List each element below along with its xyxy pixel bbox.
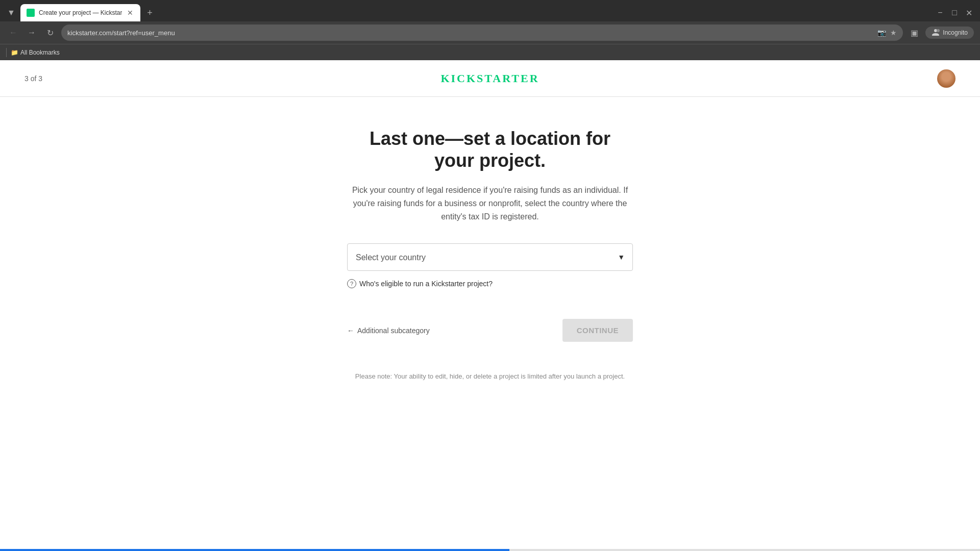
avatar-image [937, 69, 955, 88]
svg-point-0 [937, 29, 940, 32]
continue-button[interactable]: Continue [562, 319, 633, 342]
minimize-button[interactable]: − [933, 6, 947, 20]
eligibility-link[interactable]: ? Who's eligible to run a Kickstarter pr… [347, 279, 633, 288]
page-content: 3 of 3 KICKSTARTER Last one—set a locati… [0, 60, 980, 551]
page-description: Pick your country of legal residence if … [347, 184, 633, 223]
step-indicator: 3 of 3 [24, 74, 42, 83]
help-icon: ? [347, 279, 356, 288]
browser-chrome: ▼ Create your project — Kickstar ✕ + − □… [0, 0, 980, 60]
tab-favicon [27, 9, 35, 17]
progress-bar-fill [0, 549, 509, 551]
page-title: Last one—set a location for your project… [347, 128, 633, 171]
folder-icon: 📁 [11, 49, 18, 56]
bottom-bar [0, 549, 980, 551]
refresh-button[interactable]: ↻ [43, 26, 57, 40]
back-arrow-icon: ← [347, 327, 354, 335]
bookmarks-folder[interactable]: 📁 All Bookmarks [11, 49, 60, 56]
device-toggle-button[interactable]: ▣ [907, 26, 921, 40]
country-select-wrapper: Select your country United States United… [347, 243, 633, 271]
camera-off-icon: 📷 [877, 29, 886, 37]
incognito-button[interactable]: Incognito [925, 27, 974, 39]
window-close-button[interactable]: ✕ [962, 6, 976, 20]
tab-title: Create your project — Kickstar [39, 9, 122, 16]
active-tab[interactable]: Create your project — Kickstar ✕ [20, 4, 140, 21]
eligibility-link-text: Who's eligible to run a Kickstarter proj… [359, 280, 493, 288]
bookmarks-bar: 📁 All Bookmarks [0, 44, 980, 60]
tab-close-button[interactable]: ✕ [126, 9, 134, 17]
note-text: Please note: Your ability to edit, hide,… [347, 372, 633, 380]
page-header: 3 of 3 KICKSTARTER [0, 60, 980, 97]
tab-list-button[interactable]: ▼ [4, 6, 18, 20]
forward-button[interactable]: → [24, 26, 39, 40]
back-link-text: Additional subcategory [357, 327, 430, 335]
form-footer: ← Additional subcategory Continue [347, 319, 633, 342]
kickstarter-logo[interactable]: KICKSTARTER [440, 72, 539, 85]
bookmarks-separator [6, 48, 7, 57]
bookmarks-label-text: All Bookmarks [20, 49, 60, 56]
country-select[interactable]: Select your country United States United… [347, 243, 633, 271]
incognito-label: Incognito [943, 29, 968, 36]
star-icon[interactable]: ★ [890, 29, 897, 37]
browser-toolbar: ← → ↻ kickstarter.com/start?ref=user_men… [0, 21, 980, 44]
back-link[interactable]: ← Additional subcategory [347, 327, 430, 335]
back-button[interactable]: ← [6, 26, 20, 40]
address-bar[interactable]: kickstarter.com/start?ref=user_menu 📷 ★ [61, 24, 903, 41]
tab-bar: ▼ Create your project — Kickstar ✕ + − □… [0, 0, 980, 21]
restore-button[interactable]: □ [947, 6, 962, 20]
user-avatar[interactable] [937, 69, 955, 88]
url-text: kickstarter.com/start?ref=user_menu [67, 29, 873, 37]
toolbar-actions: ▣ Incognito [907, 26, 974, 40]
new-tab-button[interactable]: + [142, 6, 157, 20]
main-container: Last one—set a location for your project… [337, 97, 643, 411]
incognito-icon [932, 29, 940, 37]
